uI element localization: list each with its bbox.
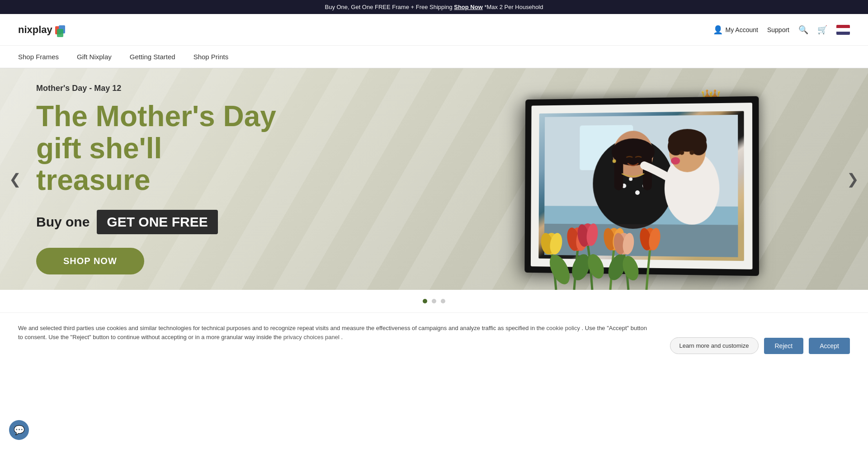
search-icon[interactable]: 🔍 [798, 25, 808, 35]
carousel-dot-2[interactable] [432, 299, 436, 303]
carousel-left-arrow[interactable]: ❮ [5, 166, 26, 192]
cookie-policy-link[interactable]: cookie policy [547, 325, 580, 331]
logo[interactable]: nixplay [18, 23, 69, 37]
country-flag-icon[interactable] [836, 25, 850, 35]
nav-shop-frames[interactable]: Shop Frames [18, 46, 68, 68]
shop-now-button[interactable]: SHOP NOW [36, 248, 144, 274]
cookie-text: We and selected third parties use cookie… [18, 324, 652, 341]
cart-icon[interactable]: 🛒 [817, 25, 827, 35]
accept-button[interactable]: Accept [809, 338, 850, 354]
cookie-buttons: Learn more and customize Reject Accept [670, 324, 850, 354]
carousel-dots [0, 290, 868, 312]
nav-getting-started[interactable]: Getting Started [121, 46, 184, 68]
carousel-dot-1[interactable] [423, 299, 427, 303]
banner-suffix: *Max 2 Per Household [484, 4, 543, 10]
nav-bar: Shop Frames Gift Nixplay Getting Started… [0, 46, 868, 68]
hero-promo-text: Buy one [36, 214, 90, 230]
support-link[interactable]: Support [767, 26, 789, 33]
hero-content: Mother's Day - May 12 The Mother's Day g… [0, 68, 316, 290]
cookie-main-text: We and selected third parties use cookie… [18, 325, 547, 331]
cookie-banner: We and selected third parties use cookie… [0, 312, 868, 365]
hero-promo: Buy one GET ONE FREE [36, 210, 280, 234]
banner-shop-link[interactable]: Shop Now [454, 4, 483, 10]
svg-point-44 [679, 151, 684, 155]
header: nixplay 👤 My Account Support 🔍 🛒 [0, 14, 868, 46]
account-icon: 👤 [713, 25, 723, 35]
reject-button[interactable]: Reject [764, 338, 804, 354]
svg-point-32 [629, 177, 632, 181]
banner-text: Buy One, Get One FREE Frame + Free Shipp… [325, 4, 454, 10]
header-right: 👤 My Account Support 🔍 🛒 [713, 25, 850, 35]
top-banner: Buy One, Get One FREE Frame + Free Shipp… [0, 0, 868, 14]
svg-point-46 [671, 157, 680, 165]
svg-point-45 [689, 150, 694, 155]
hero-subtitle: Mother's Day - May 12 [36, 84, 280, 93]
carousel-dot-3[interactable] [441, 299, 445, 303]
carousel-right-arrow[interactable]: ❯ [842, 166, 863, 192]
hero-title: The Mother's Day gift she'll treasure [36, 100, 280, 196]
account-label: My Account [726, 26, 758, 33]
hero-section: Mother's Day - May 12 The Mother's Day g… [0, 68, 868, 290]
cookie-end-text: . [341, 334, 343, 340]
svg-rect-36 [614, 150, 623, 190]
hero-visual: 👑 [439, 68, 868, 290]
logo-text: nixplay [18, 24, 52, 36]
privacy-choices-link[interactable]: privacy choices panel [283, 334, 340, 340]
hero-promo-badge: GET ONE FREE [97, 210, 217, 234]
tulips-decoration [511, 190, 683, 290]
account-button[interactable]: 👤 My Account [713, 25, 758, 35]
svg-point-3 [546, 252, 574, 288]
svg-point-38 [613, 159, 616, 163]
logo-icon [54, 23, 69, 37]
svg-rect-2 [57, 29, 63, 37]
nav-gift-nixplay[interactable]: Gift Nixplay [68, 46, 121, 68]
learn-more-customize-button[interactable]: Learn more and customize [670, 337, 759, 354]
nav-shop-prints[interactable]: Shop Prints [184, 46, 238, 68]
